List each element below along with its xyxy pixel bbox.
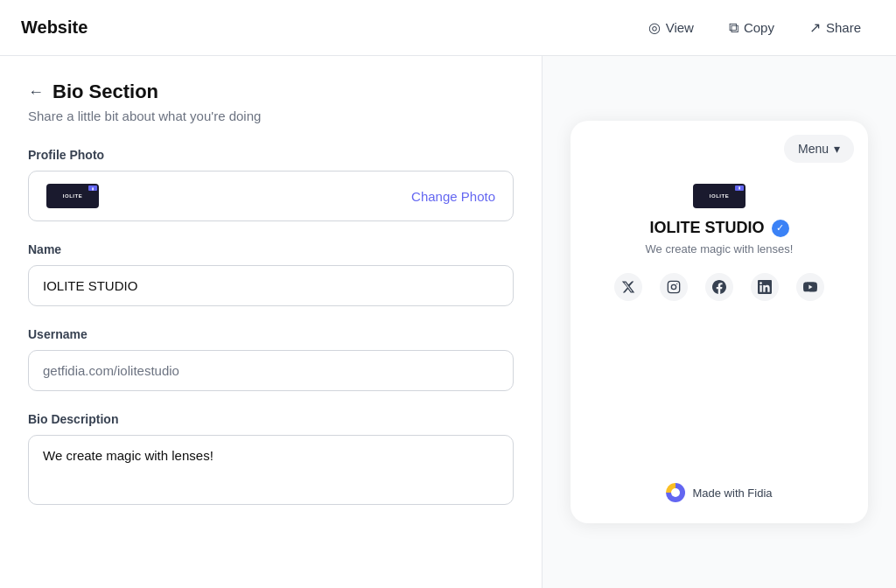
youtube-icon[interactable] <box>796 273 824 301</box>
left-panel: ← Bio Section Share a little bit about w… <box>0 56 542 588</box>
preview-name-row: IOLITE STUDIO ✓ <box>649 219 788 237</box>
photo-thumbnail: IOLITE ▮ <box>46 184 99 208</box>
name-label: Name <box>28 242 514 256</box>
profile-photo-box: IOLITE ▮ Change Photo <box>28 171 514 221</box>
svg-point-1 <box>671 284 676 289</box>
section-subtitle: Share a little bit about what you're doi… <box>28 108 514 123</box>
photo-thumb-text: IOLITE <box>63 193 82 199</box>
verified-badge: ✓ <box>772 220 789 237</box>
bio-input[interactable]: We create magic with lenses! <box>28 435 514 505</box>
fidia-logo <box>666 483 685 502</box>
share-button[interactable]: ↗ Share <box>795 12 875 43</box>
made-with-label: Made with Fidia <box>692 486 772 500</box>
header-title: Website <box>21 18 88 38</box>
bio-label: Bio Description <box>28 412 514 426</box>
header-actions: ◎ View ⧉ Copy ↗ Share <box>634 12 875 43</box>
preview-footer: Made with Fidia <box>666 483 772 502</box>
linkedin-icon[interactable] <box>751 273 779 301</box>
back-row: ← Bio Section <box>28 80 514 103</box>
username-wrapper <box>28 350 514 391</box>
preview-logo-badge: ▮ <box>735 186 744 191</box>
twitter-icon[interactable] <box>614 273 642 301</box>
copy-icon: ⧉ <box>729 20 738 36</box>
preview-logo: IOLITE ▮ <box>693 184 746 208</box>
svg-point-2 <box>676 284 677 284</box>
preview-logo-text: IOLITE <box>710 193 729 199</box>
facebook-icon[interactable] <box>705 273 733 301</box>
share-icon: ↗ <box>809 19 821 36</box>
photo-thumb-badge: ▮ <box>88 186 97 191</box>
preview-bio: We create magic with lenses! <box>646 242 794 256</box>
chevron-down-icon: ▾ <box>834 142 840 156</box>
view-button[interactable]: ◎ View <box>634 12 708 43</box>
preview-socials <box>614 273 824 301</box>
main-layout: ← Bio Section Share a little bit about w… <box>0 56 896 588</box>
view-icon: ◎ <box>648 19 661 36</box>
back-arrow[interactable]: ← <box>28 83 44 102</box>
instagram-icon[interactable] <box>660 273 688 301</box>
svg-rect-0 <box>668 281 679 292</box>
name-input[interactable] <box>28 265 514 306</box>
username-label: Username <box>28 327 514 341</box>
username-input[interactable] <box>28 350 514 391</box>
copy-button[interactable]: ⧉ Copy <box>715 13 788 43</box>
preview-name: IOLITE STUDIO <box>649 219 764 237</box>
preview-card: Menu ▾ IOLITE ▮ IOLITE STUDIO ✓ We creat… <box>570 121 868 523</box>
profile-photo-label: Profile Photo <box>28 148 514 162</box>
fidia-logo-inner <box>671 488 680 497</box>
preview-menu-button[interactable]: Menu ▾ <box>784 135 854 163</box>
change-photo-button[interactable]: Change Photo <box>411 189 495 204</box>
section-title: Bio Section <box>52 80 158 103</box>
header: Website ◎ View ⧉ Copy ↗ Share <box>0 0 896 56</box>
right-panel: Menu ▾ IOLITE ▮ IOLITE STUDIO ✓ We creat… <box>542 56 896 588</box>
